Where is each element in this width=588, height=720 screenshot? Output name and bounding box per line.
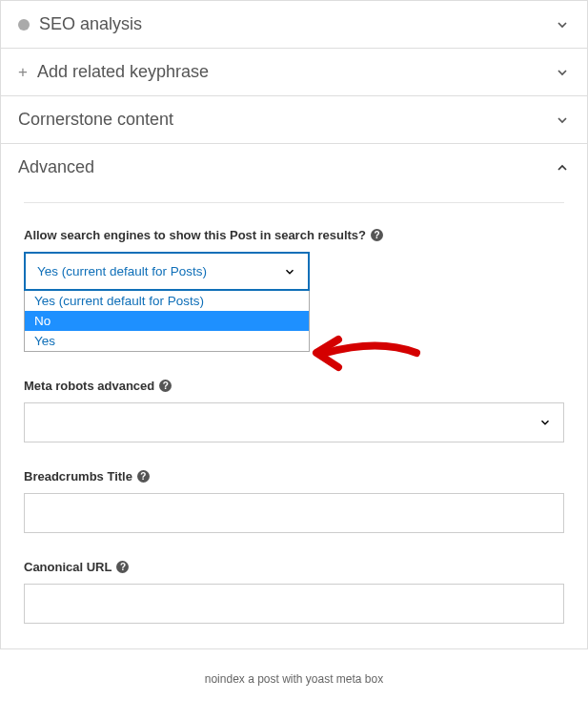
breadcrumbs-input[interactable] [24, 493, 564, 533]
section-title: Cornerstone content [18, 110, 173, 130]
chevron-up-icon [555, 160, 570, 175]
canonical-label: Canonical URL ? [24, 560, 564, 574]
advanced-panel: Allow search engines to show this Post i… [1, 202, 587, 648]
section-advanced[interactable]: Advanced [1, 143, 587, 191]
select-value: Yes (current default for Posts) [37, 264, 207, 278]
help-icon[interactable]: ? [116, 561, 129, 573]
meta-robots-label: Meta robots advanced ? [24, 379, 564, 393]
breadcrumbs-label: Breadcrumbs Title ? [24, 469, 564, 483]
allow-search-dropdown: Yes (current default for Posts) No Yes [24, 291, 310, 352]
chevron-down-icon [283, 265, 296, 278]
divider [24, 202, 564, 203]
section-title: Advanced [18, 157, 94, 177]
section-title: SEO analysis [39, 14, 142, 34]
image-caption: noindex a post with yoast meta box [0, 672, 588, 686]
plus-icon: + [18, 64, 28, 80]
allow-search-select[interactable]: Yes (current default for Posts) [24, 252, 310, 291]
help-icon[interactable]: ? [159, 380, 172, 392]
dropdown-option-yes[interactable]: Yes [25, 331, 309, 351]
dropdown-option-no[interactable]: No [25, 311, 309, 331]
chevron-down-icon [555, 65, 570, 80]
help-icon[interactable]: ? [137, 470, 150, 483]
chevron-down-icon [555, 17, 570, 32]
canonical-input[interactable] [24, 584, 564, 624]
section-title: Add related keyphrase [37, 62, 209, 82]
section-cornerstone[interactable]: Cornerstone content [1, 95, 587, 143]
section-seo-analysis[interactable]: SEO analysis [1, 0, 587, 48]
chevron-down-icon [538, 416, 552, 429]
chevron-down-icon [555, 113, 570, 128]
status-dot-icon [18, 19, 30, 31]
allow-search-label: Allow search engines to show this Post i… [24, 228, 564, 242]
meta-robots-select[interactable] [24, 402, 564, 442]
help-icon[interactable]: ? [371, 229, 383, 241]
section-add-keyphrase[interactable]: + Add related keyphrase [1, 48, 587, 95]
dropdown-option-default[interactable]: Yes (current default for Posts) [25, 291, 309, 311]
